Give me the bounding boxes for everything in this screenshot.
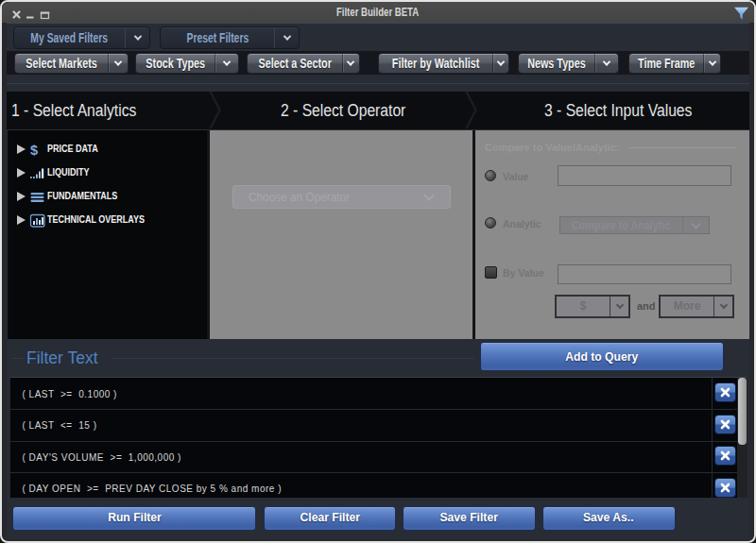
svg-text:$: $	[30, 143, 38, 158]
